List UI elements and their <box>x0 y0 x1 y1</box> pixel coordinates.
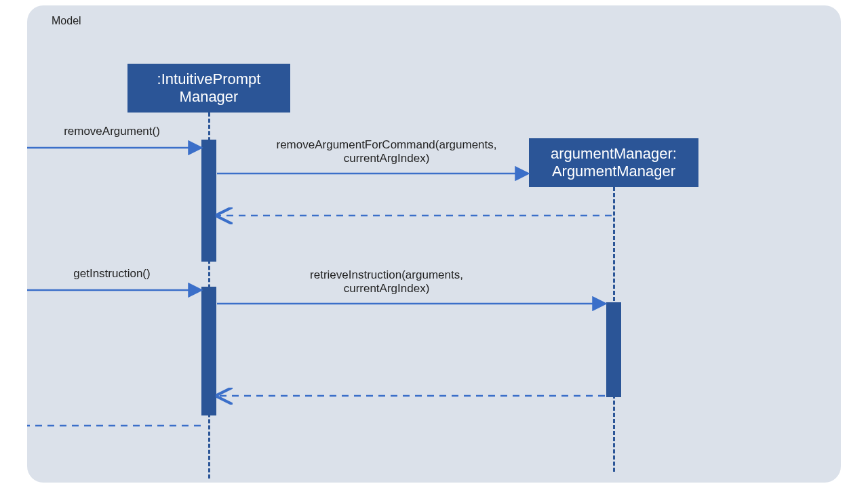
model-frame: Model :IntuitivePrompt Manager argumentM… <box>27 5 841 483</box>
msg-remove-argument: removeArgument() <box>27 125 197 138</box>
activation-ipm-1 <box>201 140 216 262</box>
msg-remove-arg-for-cmd: removeArgumentForCommand(arguments, curr… <box>244 138 529 165</box>
frame-title: Model <box>52 15 81 27</box>
participant-label: :IntuitivePrompt Manager <box>157 70 261 106</box>
participant-argument-manager: argumentManager: ArgumentManager <box>529 138 698 187</box>
msg-retrieve-instruction: retrieveInstruction(arguments, currentAr… <box>244 268 529 296</box>
participant-intuitive-prompt-manager: :IntuitivePrompt Manager <box>127 64 290 113</box>
participant-label: argumentManager: ArgumentManager <box>551 145 677 181</box>
activation-am-1 <box>606 302 621 397</box>
activation-ipm-2 <box>201 287 216 415</box>
msg-get-instruction: getInstruction() <box>27 267 197 281</box>
